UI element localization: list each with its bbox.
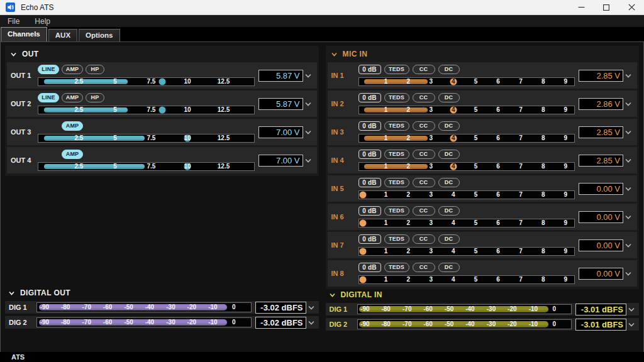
slider-handle[interactable]: [158, 106, 165, 113]
tab-options[interactable]: Options: [79, 29, 119, 41]
dig-2-meter[interactable]: -90-80-70-60-50-40-30-20-100: [36, 317, 252, 327]
cc-button[interactable]: CC: [413, 263, 435, 272]
0-db-button[interactable]: 0 dB: [358, 178, 381, 187]
slider-handle[interactable]: [360, 276, 367, 283]
hp-button[interactable]: HP: [86, 93, 104, 102]
collapse-chevron-icon[interactable]: [9, 291, 14, 295]
dropdown-chevron-icon[interactable]: [303, 130, 313, 134]
in-8-value[interactable]: 0.00 V: [579, 268, 623, 280]
out-4-value[interactable]: 7.00 V: [258, 155, 303, 167]
dropdown-chevron-icon[interactable]: [623, 272, 633, 276]
teds-button[interactable]: TEDS: [384, 206, 409, 216]
in-3-value[interactable]: 2.85 V: [579, 126, 623, 138]
menu-help[interactable]: Help: [27, 17, 58, 26]
cc-button[interactable]: CC: [413, 65, 435, 74]
in-2-value[interactable]: 2.86 V: [579, 98, 623, 110]
dropdown-chevron-icon[interactable]: [306, 305, 316, 310]
out-2-meter[interactable]: 2.557.51012.5: [38, 106, 255, 114]
amp-button[interactable]: AMP: [62, 65, 83, 74]
0-db-button[interactable]: 0 dB: [358, 234, 381, 244]
teds-button[interactable]: TEDS: [384, 150, 409, 159]
slider-handle[interactable]: [158, 78, 165, 85]
dropdown-chevron-icon[interactable]: [303, 74, 313, 78]
0-db-button[interactable]: 0 dB: [358, 93, 381, 102]
cc-button[interactable]: CC: [413, 150, 435, 159]
dc-button[interactable]: DC: [438, 65, 460, 74]
amp-button[interactable]: AMP: [62, 121, 83, 131]
in-5-meter[interactable]: 123456789: [358, 190, 575, 199]
in-6-meter[interactable]: 123456789: [358, 219, 575, 228]
line-button[interactable]: LINE: [38, 65, 59, 74]
dc-button[interactable]: DC: [438, 93, 460, 102]
dc-button[interactable]: DC: [438, 263, 460, 272]
dropdown-chevron-icon[interactable]: [623, 187, 633, 191]
out-2-value[interactable]: 5.87 V: [258, 98, 303, 110]
collapse-chevron-icon[interactable]: [331, 52, 337, 57]
slider-handle[interactable]: [360, 191, 367, 198]
0-db-button[interactable]: 0 dB: [358, 121, 381, 131]
dropdown-chevron-icon[interactable]: [623, 158, 633, 163]
in-7-meter[interactable]: 123456789: [358, 247, 575, 256]
0-db-button[interactable]: 0 dB: [358, 65, 381, 74]
in-7-value[interactable]: 0.00 V: [579, 239, 623, 251]
dropdown-chevron-icon[interactable]: [623, 130, 633, 134]
amp-button[interactable]: AMP: [62, 150, 83, 159]
in-5-value[interactable]: 0.00 V: [579, 183, 623, 195]
cc-button[interactable]: CC: [413, 234, 435, 244]
out-1-value[interactable]: 5.87 V: [258, 70, 303, 82]
maximize-button[interactable]: [594, 0, 619, 14]
cc-button[interactable]: CC: [413, 93, 435, 102]
dc-button[interactable]: DC: [438, 150, 460, 159]
teds-button[interactable]: TEDS: [384, 234, 409, 244]
0-db-button[interactable]: 0 dB: [358, 263, 381, 272]
cc-button[interactable]: CC: [413, 178, 435, 187]
slider-handle[interactable]: [360, 248, 367, 255]
in-1-value[interactable]: 2.85 V: [579, 70, 623, 82]
out-3-value[interactable]: 7.00 V: [258, 126, 303, 138]
cc-button[interactable]: CC: [413, 206, 435, 216]
dropdown-chevron-icon[interactable]: [626, 307, 636, 312]
teds-button[interactable]: TEDS: [384, 263, 409, 272]
in-4-value[interactable]: 2.85 V: [579, 155, 623, 167]
tab-aux[interactable]: AUX: [48, 29, 77, 41]
minimize-button[interactable]: [569, 0, 594, 14]
dig-1-meter[interactable]: -90-80-70-60-50-40-30-20-100: [36, 302, 252, 312]
out-3-meter[interactable]: 2.557.51012.5: [38, 134, 255, 143]
dc-button[interactable]: DC: [438, 121, 460, 131]
cc-button[interactable]: CC: [413, 121, 435, 131]
in-2-meter[interactable]: 123456789: [358, 106, 575, 114]
hp-button[interactable]: HP: [86, 65, 104, 74]
0-db-button[interactable]: 0 dB: [358, 206, 381, 216]
in-4-meter[interactable]: 123456789: [358, 162, 575, 171]
dropdown-chevron-icon[interactable]: [626, 322, 636, 327]
dropdown-chevron-icon[interactable]: [623, 215, 633, 219]
in-3-meter[interactable]: 123456789: [358, 134, 575, 143]
collapse-chevron-icon[interactable]: [330, 293, 335, 297]
in-1-meter[interactable]: 123456789: [358, 77, 575, 86]
teds-button[interactable]: TEDS: [384, 178, 409, 187]
0-db-button[interactable]: 0 dB: [358, 150, 381, 159]
menu-file[interactable]: File: [0, 17, 27, 26]
teds-button[interactable]: TEDS: [384, 93, 409, 102]
amp-button[interactable]: AMP: [62, 93, 83, 102]
dig-1-value[interactable]: -3.02 dBFS: [255, 302, 306, 314]
teds-button[interactable]: TEDS: [384, 121, 409, 131]
dropdown-chevron-icon[interactable]: [623, 102, 633, 106]
dropdown-chevron-icon[interactable]: [303, 102, 313, 106]
dig-1-meter[interactable]: -90-80-70-60-50-40-30-20-100: [357, 304, 572, 314]
dropdown-chevron-icon[interactable]: [623, 243, 633, 248]
dc-button[interactable]: DC: [438, 234, 460, 244]
tab-channels[interactable]: Channels: [1, 27, 47, 41]
dig-1-value[interactable]: -3.01 dBFS: [575, 304, 626, 315]
dig-2-value[interactable]: -3.01 dBFS: [575, 319, 626, 331]
in-8-meter[interactable]: 123456789: [358, 275, 575, 284]
dropdown-chevron-icon[interactable]: [623, 74, 633, 78]
collapse-chevron-icon[interactable]: [11, 52, 16, 57]
slider-handle[interactable]: [360, 219, 367, 226]
dropdown-chevron-icon[interactable]: [303, 158, 313, 163]
teds-button[interactable]: TEDS: [384, 65, 409, 74]
dc-button[interactable]: DC: [438, 178, 460, 187]
dc-button[interactable]: DC: [438, 206, 460, 216]
dropdown-chevron-icon[interactable]: [306, 321, 316, 325]
out-4-meter[interactable]: 2.557.51012.5: [38, 162, 255, 171]
